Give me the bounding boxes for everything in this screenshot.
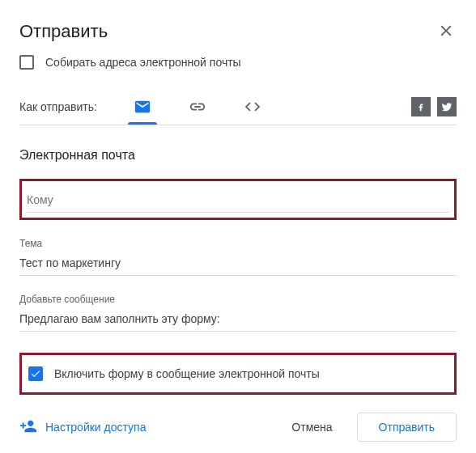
close-icon[interactable] [437,22,457,41]
send-dialog: Отправить Собирать адреса электронной по… [0,0,476,453]
to-input[interactable] [27,193,449,206]
dialog-header: Отправить [0,0,476,49]
collect-emails-row: Собирать адреса электронной почты [19,55,457,70]
include-form-highlight: Включить форму в сообщение электронной п… [19,353,457,395]
subject-input[interactable] [19,256,457,269]
message-label: Добавьте сообщение [19,294,457,305]
include-form-checkbox[interactable] [28,366,43,381]
cancel-button[interactable]: Отмена [274,413,350,441]
access-settings-label: Настройки доступа [45,421,146,434]
collect-emails-checkbox[interactable] [19,55,34,70]
subject-label: Тема [19,238,457,249]
collect-emails-label: Собирать адреса электронной почты [45,56,241,69]
tab-email[interactable] [123,89,162,125]
twitter-icon[interactable] [437,97,457,116]
include-form-label: Включить форму в сообщение электронной п… [54,367,320,380]
facebook-icon[interactable] [411,97,431,116]
access-settings-link[interactable]: Настройки доступа [19,417,146,438]
send-button[interactable]: Отправить [357,413,457,442]
tab-link[interactable] [178,89,217,125]
to-field-highlight [19,179,457,220]
message-input[interactable] [19,312,457,325]
send-via-row: Как отправить: [19,89,457,125]
dialog-title: Отправить [19,21,108,42]
dialog-body[interactable]: Собирать адреса электронной почты Как от… [0,49,476,453]
send-via-label: Как отправить: [19,100,97,113]
tab-embed[interactable] [233,89,272,125]
dialog-footer: Настройки доступа Отмена Отправить [19,413,457,442]
person-add-icon [19,417,37,438]
email-section-title: Электронная почта [19,148,457,163]
social-share [411,97,457,116]
